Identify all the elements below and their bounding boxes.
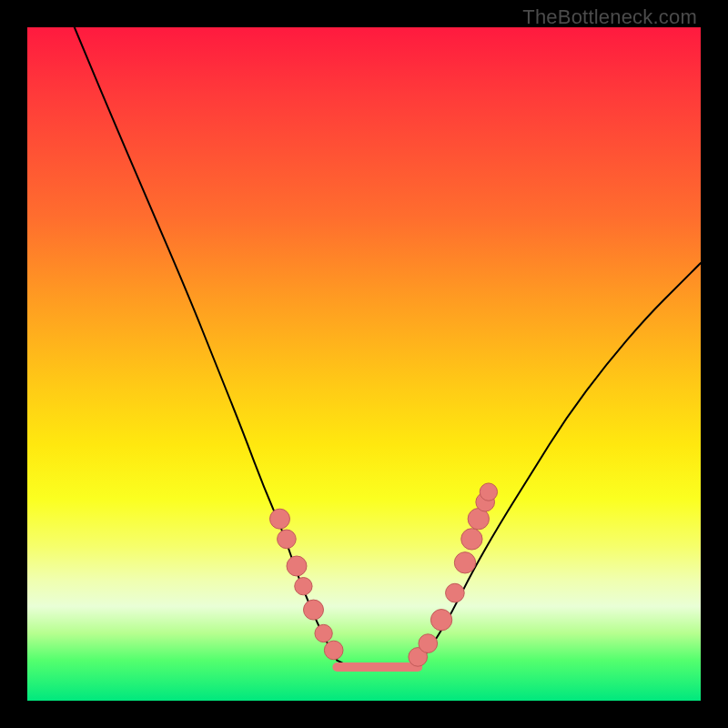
scatter-point [304,600,324,620]
scatter-point [315,624,332,642]
chart-frame [27,27,701,701]
watermark-text: TheBottleneck.com [522,5,697,29]
scatter-point [480,483,497,500]
scatter-point [324,641,343,660]
scatter-point [270,509,290,529]
scatter-point [446,583,465,602]
scatter-point [419,634,438,653]
scatter-point [278,530,297,549]
scatter-point [461,529,482,550]
scatter-point [454,552,475,573]
scatter-point [295,578,312,595]
curve-right-branch [418,263,701,663]
scatter-point [287,556,307,576]
scatter-point [430,610,451,631]
scatter-points-group [270,483,498,666]
chart-svg [27,27,701,701]
